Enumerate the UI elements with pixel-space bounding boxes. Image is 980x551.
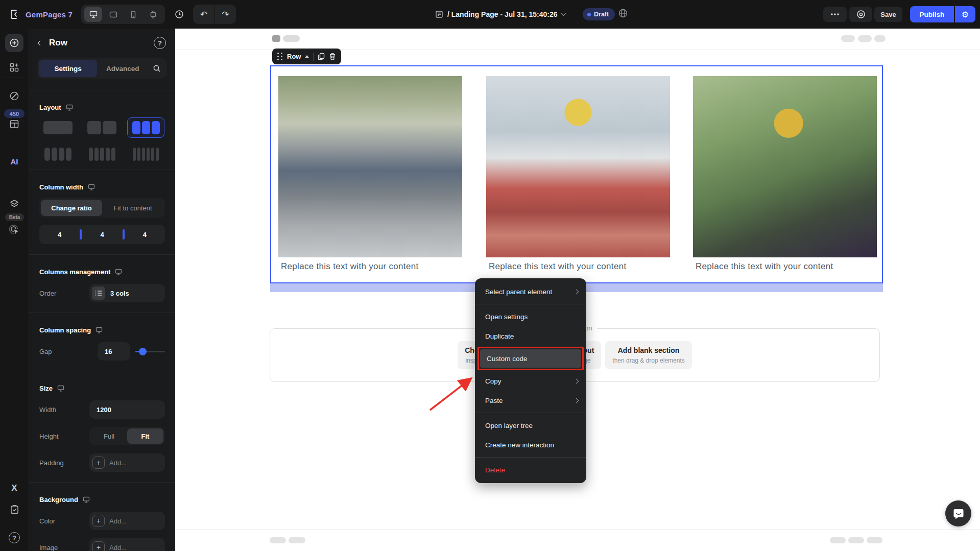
search-icon[interactable] (148, 64, 165, 73)
undo-button[interactable]: ↶ (193, 5, 215, 24)
status-badge: Draft (583, 8, 615, 20)
columns-management-section: Columns management Order 3 cols (29, 255, 175, 302)
size-label: Size (39, 385, 53, 392)
menu-item-delete[interactable]: Delete (475, 460, 586, 480)
layers-button[interactable] (0, 199, 29, 208)
text-block[interactable]: Replace this text with your content (281, 261, 418, 272)
publish-button[interactable]: Publish (910, 6, 954, 22)
drag-handle-icon[interactable] (277, 53, 283, 60)
menu-item-duplicate[interactable]: Duplicate (475, 326, 586, 346)
footer-skeleton-pill (867, 537, 882, 543)
padding-add-control[interactable]: + Add... (89, 453, 165, 472)
tab-advanced[interactable]: Advanced (97, 60, 148, 77)
height-full-button[interactable]: Full (91, 428, 127, 444)
gap-slider[interactable] (135, 342, 165, 361)
tab-settings[interactable]: Settings (39, 60, 97, 77)
back-chevron-icon[interactable] (38, 40, 43, 45)
history-icon[interactable] (172, 7, 187, 22)
trash-icon[interactable] (329, 53, 336, 60)
theme-styles-button[interactable] (0, 91, 29, 101)
width-input[interactable] (89, 406, 165, 414)
row-toolbar: Row (272, 49, 341, 64)
row-badge-label[interactable]: Row (287, 53, 301, 60)
bg-color-label: Color (39, 517, 55, 525)
bg-image-placeholder: Add... (109, 544, 127, 551)
ratio-value-1[interactable]: 4 (39, 231, 80, 238)
image-cyclist-bridge[interactable] (486, 76, 670, 257)
text-block[interactable]: Replace this text with your content (696, 261, 833, 272)
menu-item-select-parent[interactable]: Select parent element (475, 282, 586, 301)
layout-options-grid (39, 117, 165, 164)
beta-badge: Beta (5, 213, 24, 221)
layout-option-3col-selected[interactable] (127, 117, 164, 138)
sections-library-button[interactable] (0, 62, 29, 73)
interactions-button[interactable] (0, 225, 29, 235)
ratio-value-2[interactable]: 4 (82, 231, 122, 238)
save-button[interactable]: Save (874, 7, 902, 22)
bg-color-add-control[interactable]: + Add... (89, 512, 165, 530)
footer-skeleton-pill (848, 537, 864, 543)
chat-widget-button[interactable] (945, 500, 971, 526)
ai-assistant-button[interactable]: AI (0, 157, 29, 166)
responsive-monitor-icon (95, 327, 103, 333)
header-skeleton-pill (858, 35, 872, 42)
slider-knob[interactable] (139, 348, 147, 355)
rail-divider (5, 179, 24, 179)
globe-icon[interactable] (618, 8, 628, 18)
more-options-button[interactable] (823, 7, 847, 22)
layout-option-1col[interactable] (39, 117, 77, 138)
layout-option-6col[interactable] (127, 144, 164, 164)
tasks-clipboard-button[interactable] (0, 505, 29, 515)
templates-count-badge: 450 (4, 109, 25, 118)
chat-bubble-icon (952, 507, 965, 520)
menu-item-open-settings[interactable]: Open settings (475, 307, 586, 326)
responsive-monitor-icon (115, 269, 122, 275)
image-cyclist-portrait[interactable] (693, 76, 877, 257)
context-menu: Select parent element Open settings Dupl… (475, 278, 586, 483)
selected-row[interactable]: Replace this text with your content Repl… (270, 65, 883, 283)
gempages-logo-icon (9, 9, 20, 20)
layout-label: Layout (39, 104, 61, 111)
gap-input[interactable] (98, 348, 130, 355)
publish-settings-gear-icon[interactable]: ⚙ (955, 6, 975, 22)
menu-item-create-interaction[interactable]: Create new interaction (475, 435, 586, 454)
preview-button[interactable] (849, 7, 872, 22)
layout-option-4col[interactable] (39, 144, 77, 164)
layout-option-5col[interactable] (83, 144, 121, 164)
column-spacing-section: Column spacing Gap (29, 313, 175, 361)
app-logo-text[interactable]: GemPages 7 (26, 10, 73, 19)
menu-item-paste[interactable]: Paste (475, 391, 586, 410)
ratio-value-3[interactable]: 4 (125, 231, 165, 238)
tablet-view-button[interactable] (104, 7, 122, 22)
menu-item-copy[interactable]: Copy (475, 371, 586, 391)
templates-button[interactable] (0, 119, 29, 129)
breadcrumb[interactable]: / Landing Page - Jul 31, 15:40:26 (435, 0, 565, 29)
height-toggle: Full Fit (89, 427, 165, 445)
add-blank-section-button[interactable]: Add blank section then drag & drop eleme… (605, 341, 691, 369)
mobile-view-button[interactable] (124, 7, 142, 22)
bg-image-add-control[interactable]: + Add... (89, 538, 165, 551)
order-control[interactable]: 3 cols (89, 284, 165, 302)
custom-code-highlight-frame: Custom code (477, 347, 584, 370)
redo-button[interactable]: ↷ (215, 5, 236, 24)
desktop-view-button[interactable] (84, 7, 102, 22)
x-social-button[interactable]: X (0, 483, 29, 493)
text-block[interactable]: Replace this text with your content (489, 261, 626, 272)
help-button[interactable]: ? (9, 532, 20, 543)
add-element-button[interactable] (5, 34, 23, 52)
panel-help-icon[interactable]: ? (154, 37, 166, 49)
image-peloton-race[interactable] (278, 76, 462, 257)
fit-to-content-button[interactable]: Fit to content (102, 200, 163, 216)
change-ratio-button[interactable]: Change ratio (41, 200, 102, 216)
caret-up-icon[interactable] (305, 55, 309, 58)
column-ratio-control[interactable]: 4 4 4 (39, 225, 165, 244)
layout-option-2col[interactable] (83, 117, 121, 138)
menu-item-custom-code[interactable]: Custom code (480, 349, 581, 368)
footer-skeleton-pill (270, 537, 286, 543)
responsive-monitor-icon (57, 385, 64, 392)
undo-redo-group: ↶ ↷ (193, 5, 236, 24)
height-fit-button[interactable]: Fit (127, 428, 163, 444)
menu-item-open-layer-tree[interactable]: Open layer tree (475, 416, 586, 435)
responsive-view-button[interactable] (144, 7, 162, 22)
duplicate-icon[interactable] (318, 53, 325, 60)
